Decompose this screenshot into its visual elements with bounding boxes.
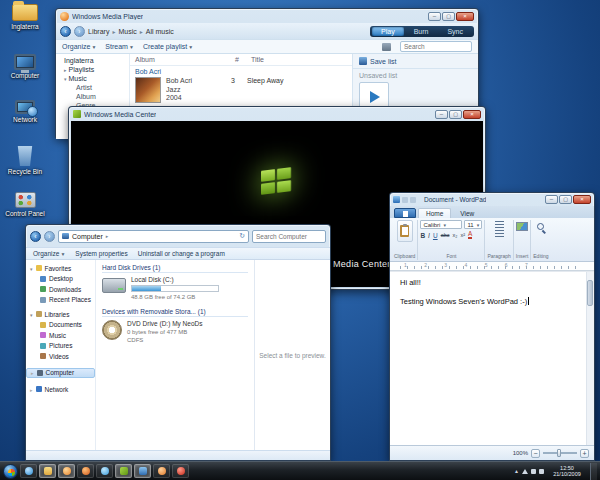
close-button[interactable]	[573, 195, 591, 204]
sidebar-item-music[interactable]: Music	[26, 330, 95, 341]
redo-icon[interactable]	[410, 197, 416, 203]
desktop-icon-computer[interactable]: Computer	[2, 54, 48, 79]
desktop-icon-network[interactable]: Network	[2, 100, 48, 123]
zoom-out-button[interactable]: −	[531, 449, 540, 458]
sidebar-item-videos[interactable]: Videos	[26, 351, 95, 362]
tree-item-playlists[interactable]: ▸Playlists	[56, 65, 129, 74]
minimize-button[interactable]	[428, 12, 441, 21]
tree-item-library[interactable]: Inglaterra	[56, 56, 129, 65]
expand-arrow-icon[interactable]	[30, 311, 33, 318]
sidebar-item-recent-places[interactable]: Recent Places	[26, 295, 95, 306]
font-name-combo[interactable]: Calibri▾	[420, 220, 462, 229]
album-group-header[interactable]: Bob Acri	[130, 66, 352, 76]
align-center-icon[interactable]	[495, 230, 504, 237]
expand-arrow-icon[interactable]	[30, 265, 33, 272]
sidebar-item-favorites[interactable]: Favorites	[26, 263, 95, 274]
taskbar-button-opera[interactable]	[172, 464, 189, 478]
maximize-button[interactable]	[559, 195, 572, 204]
breadcrumb-library[interactable]: Library	[88, 28, 109, 35]
forward-button[interactable]: ›	[74, 26, 85, 37]
tab-play[interactable]: Play	[372, 27, 404, 36]
start-button[interactable]	[3, 464, 18, 479]
uninstall-program-button[interactable]: Uninstall or change a program	[138, 250, 225, 257]
zoom-in-button[interactable]: +	[580, 449, 589, 458]
organize-menu[interactable]: Organize▼	[33, 250, 65, 257]
drive-c-item[interactable]: Local Disk (C:) 48.8 GB free of 74.2 GB	[102, 276, 248, 301]
album-row[interactable]: Bob Acri Jazz 2004 3 Sleep Away	[130, 76, 352, 104]
expand-arrow-icon[interactable]	[30, 386, 33, 393]
organize-menu[interactable]: Organize▼	[62, 43, 96, 50]
sidebar-item-libraries[interactable]: Libraries	[26, 309, 95, 320]
volume-icon[interactable]	[539, 469, 544, 474]
minimize-button[interactable]	[545, 195, 558, 204]
group-header-hdd[interactable]: Hard Disk Drives (1)	[102, 264, 248, 273]
maximize-button[interactable]	[442, 12, 455, 21]
taskbar-button-firefox[interactable]	[77, 464, 94, 478]
taskbar-button-messenger[interactable]	[96, 464, 113, 478]
vertical-scrollbar[interactable]	[586, 272, 594, 445]
action-center-icon[interactable]	[522, 469, 528, 474]
explorer-search-input[interactable]	[252, 230, 326, 243]
taskbar-button-windows-explorer[interactable]	[39, 464, 56, 478]
sidebar-item-downloads[interactable]: Downloads	[26, 284, 95, 295]
font-color-button[interactable]: A	[468, 231, 472, 239]
stream-menu[interactable]: Stream▼	[105, 43, 134, 50]
column-title[interactable]: Title	[251, 56, 347, 63]
tab-home[interactable]: Home	[418, 208, 451, 218]
sidebar-item-computer[interactable]: Computer	[26, 368, 95, 379]
font-size-combo[interactable]: 11▾	[464, 220, 482, 229]
zoom-slider-thumb[interactable]	[557, 449, 561, 457]
taskbar-button-media-center[interactable]	[115, 464, 132, 478]
wordpad-menu-button[interactable]	[394, 208, 416, 218]
expand-arrow-icon[interactable]	[31, 369, 34, 376]
close-button[interactable]	[463, 110, 481, 119]
close-button[interactable]	[456, 12, 474, 21]
sidebar-item-desktop[interactable]: Desktop	[26, 274, 95, 285]
insert-picture-icon[interactable]	[516, 222, 528, 231]
maximize-button[interactable]	[449, 110, 462, 119]
zoom-slider[interactable]	[543, 452, 577, 454]
strikethrough-button[interactable]: abc	[441, 232, 450, 238]
sidebar-item-documents[interactable]: Documents	[26, 320, 95, 331]
tab-sync[interactable]: Sync	[438, 27, 472, 36]
bold-button[interactable]: B	[420, 232, 425, 239]
tab-view[interactable]: View	[453, 209, 481, 218]
hidden-icons-arrow-icon[interactable]: ▲	[514, 468, 519, 474]
underline-button[interactable]: U	[433, 232, 438, 239]
forward-button[interactable]: ›	[44, 231, 55, 242]
superscript-button[interactable]: x²	[460, 232, 465, 238]
explorer-titlebar[interactable]: ‹ › Computer ▸ ↻	[26, 225, 330, 247]
desktop-icon-inglaterra[interactable]: Inglaterra	[2, 4, 48, 30]
breadcrumb-all-music[interactable]: All music	[146, 28, 174, 35]
drive-d-item[interactable]: DVD Drive (D:) My NeoDs 0 bytes free of …	[102, 320, 248, 344]
wordpad-app-icon[interactable]	[393, 196, 400, 203]
tree-item-album[interactable]: Album	[56, 92, 129, 101]
tree-item-music[interactable]: ▾Music	[56, 74, 129, 83]
desktop-icon-recycle-bin[interactable]: Recycle Bin	[2, 146, 48, 175]
view-options-icon[interactable]	[382, 43, 391, 51]
refresh-icon[interactable]: ↻	[239, 232, 245, 240]
column-album[interactable]: Album	[135, 56, 235, 63]
show-desktop-button[interactable]	[590, 463, 597, 480]
tab-burn[interactable]: Burn	[405, 27, 438, 36]
search-input[interactable]	[400, 41, 472, 52]
subscript-button[interactable]: x₂	[453, 232, 458, 238]
tree-item-artist[interactable]: Artist	[56, 83, 129, 92]
desktop-icon-control-panel[interactable]: Control Panel	[2, 192, 48, 217]
italic-button[interactable]: I	[428, 232, 430, 239]
address-crumb-computer[interactable]: Computer	[72, 233, 103, 240]
track-row[interactable]: 3 Sleep Away	[231, 77, 347, 103]
taskbar-clock[interactable]: 12:50 21/10/2009	[547, 465, 587, 478]
document-area[interactable]: Hi all!! Testing Windows Seven's WordPad…	[390, 271, 594, 445]
find-icon[interactable]	[537, 223, 544, 230]
align-left-icon[interactable]	[495, 221, 504, 228]
system-properties-button[interactable]: System properties	[75, 250, 127, 257]
wmp-titlebar[interactable]: Windows Media Player	[56, 9, 478, 23]
paste-button[interactable]	[397, 220, 413, 242]
back-button[interactable]: ‹	[30, 231, 41, 242]
media-center-titlebar[interactable]: Windows Media Center	[69, 107, 485, 121]
undo-icon[interactable]	[402, 197, 408, 203]
chevron-right-icon[interactable]: ▸	[106, 233, 109, 239]
create-playlist-menu[interactable]: Create playlist▼	[143, 43, 193, 50]
column-number[interactable]: #	[235, 56, 251, 63]
